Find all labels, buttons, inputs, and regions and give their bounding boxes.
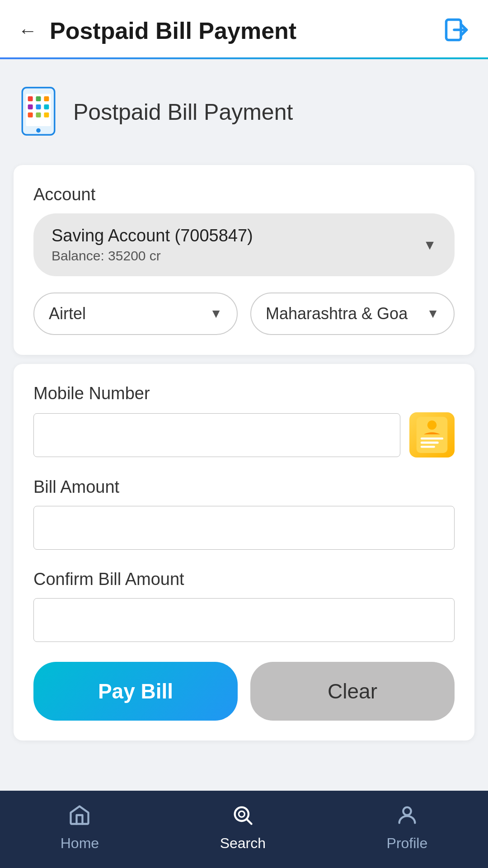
bill-amount-input[interactable] xyxy=(33,506,455,550)
svg-rect-16 xyxy=(421,442,439,444)
bill-amount-label: Bill Amount xyxy=(33,477,455,497)
svg-point-20 xyxy=(239,811,245,817)
search-icon xyxy=(231,803,254,830)
svg-rect-11 xyxy=(28,113,33,118)
nav-item-profile[interactable]: Profile xyxy=(387,803,428,852)
account-balance: Balance: 35200 cr xyxy=(52,248,253,264)
svg-rect-17 xyxy=(421,446,435,448)
region-dropdown[interactable]: Maharashtra & Goa ▼ xyxy=(250,292,455,335)
nav-item-home[interactable]: Home xyxy=(61,803,99,852)
svg-rect-13 xyxy=(44,113,49,118)
search-nav-label: Search xyxy=(220,835,266,852)
account-name: Saving Account (7005847) xyxy=(52,226,253,245)
confirm-bill-amount-input[interactable] xyxy=(33,598,455,642)
hero-section: Postpaid Bill Payment xyxy=(0,59,488,156)
svg-rect-15 xyxy=(421,438,443,440)
home-icon xyxy=(68,803,91,830)
home-nav-label: Home xyxy=(61,835,99,852)
header-left: ← Postpaid Bill Payment xyxy=(18,17,296,44)
operator-chevron-icon: ▼ xyxy=(210,307,222,321)
phone-icon xyxy=(18,86,59,138)
region-label: Maharashtra & Goa xyxy=(266,304,408,323)
mobile-input-row xyxy=(33,412,455,458)
svg-rect-10 xyxy=(44,104,49,109)
operator-dropdown[interactable]: Airtel ▼ xyxy=(33,292,238,335)
header: ← Postpaid Bill Payment xyxy=(0,0,488,59)
profile-icon xyxy=(395,803,419,830)
back-button[interactable]: ← xyxy=(18,21,37,40)
svg-rect-7 xyxy=(44,96,49,101)
operator-region-row: Airtel ▼ Maharashtra & Goa ▼ xyxy=(33,292,455,335)
svg-point-18 xyxy=(427,420,437,430)
pay-bill-button[interactable]: Pay Bill xyxy=(33,662,238,721)
bottom-nav: Home Search Profile xyxy=(0,791,488,868)
mobile-number-input[interactable] xyxy=(33,413,400,457)
account-label: Account xyxy=(33,185,455,204)
logout-icon xyxy=(443,16,470,43)
svg-rect-8 xyxy=(28,104,33,109)
svg-rect-12 xyxy=(36,113,41,118)
page-title: Postpaid Bill Payment xyxy=(50,17,296,44)
clear-button[interactable]: Clear xyxy=(250,662,455,721)
bill-form-card: Mobile Number Bill Amount Confirm Bill A… xyxy=(14,364,474,741)
svg-rect-5 xyxy=(28,96,33,101)
region-chevron-icon: ▼ xyxy=(427,307,439,321)
svg-line-21 xyxy=(247,820,252,824)
profile-nav-label: Profile xyxy=(387,835,428,852)
logout-button[interactable] xyxy=(443,16,470,45)
chevron-down-icon: ▼ xyxy=(423,237,436,253)
action-buttons: Pay Bill Clear xyxy=(33,662,455,721)
mobile-label: Mobile Number xyxy=(33,384,455,403)
svg-point-4 xyxy=(36,128,41,133)
operator-label: Airtel xyxy=(49,304,86,323)
account-info: Saving Account (7005847) Balance: 35200 … xyxy=(52,226,253,264)
hero-title: Postpaid Bill Payment xyxy=(73,99,293,125)
confirm-bill-label: Confirm Bill Amount xyxy=(33,570,455,589)
svg-rect-6 xyxy=(36,96,41,101)
account-card: Account Saving Account (7005847) Balance… xyxy=(14,165,474,355)
svg-rect-9 xyxy=(36,104,41,109)
svg-point-22 xyxy=(403,807,411,815)
nav-item-search[interactable]: Search xyxy=(220,803,266,852)
account-dropdown[interactable]: Saving Account (7005847) Balance: 35200 … xyxy=(33,213,455,276)
contact-book-icon[interactable] xyxy=(409,412,455,458)
